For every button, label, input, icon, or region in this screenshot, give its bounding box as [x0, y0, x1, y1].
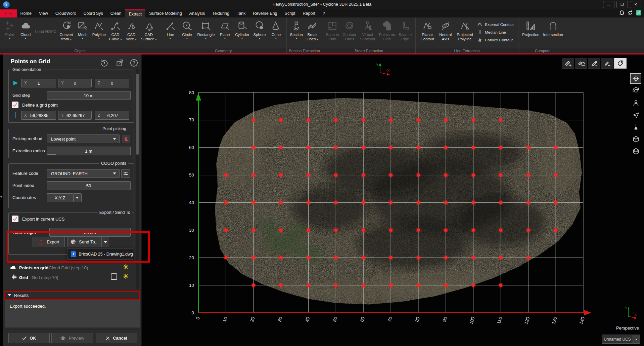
ribbon-item-scan-to-plan[interactable]: Scan toPlan [325, 18, 340, 42]
menu-tab-home[interactable]: Home [17, 9, 35, 17]
plumb-button[interactable] [630, 122, 641, 132]
export-button[interactable]: Export [33, 237, 65, 247]
reset-icon[interactable] [100, 59, 109, 67]
measure-add-button[interactable] [562, 58, 574, 69]
menu-tab-reverse-eng[interactable]: Reverse Eng [249, 9, 281, 17]
panel-collapse-arrow[interactable]: ◀ [0, 194, 3, 200]
detach-icon[interactable] [116, 59, 124, 67]
menu-tab-extract[interactable]: Extract [125, 9, 145, 17]
ribbon-item-external-contour[interactable]: External Contour [477, 22, 514, 27]
menu-tab-file[interactable]: File [0, 9, 17, 17]
ribbon-item-cad-surface[interactable]: CADSurface ▾ [140, 18, 157, 42]
minimize-button[interactable]: — [603, 1, 614, 8]
ribbon-item-cone[interactable]: Cone▾ [269, 18, 283, 40]
ribbon-item-mesh[interactable]: Mesh▾ [76, 18, 90, 40]
pen-mark-button[interactable] [588, 58, 600, 69]
camera-view-button[interactable] [630, 98, 641, 108]
orientation-z-field[interactable]: Z0 [95, 79, 129, 87]
menu-tab-texturing[interactable]: Texturing [209, 9, 233, 17]
ribbon-item-plane[interactable]: Plane▾ [218, 18, 232, 40]
menu-tab-view[interactable]: View [35, 9, 52, 17]
ucs-selector-button[interactable]: Unnamed UCS ▲ [602, 335, 640, 344]
layer-points-on-grid[interactable]: Points on grid [19, 265, 48, 270]
point-z-field[interactable]: Z-6,207 [95, 111, 129, 120]
feature-code-settings-button[interactable] [121, 169, 130, 178]
send-to-button[interactable]: Send To... [67, 237, 102, 247]
ribbon-item-neutral-axis[interactable]: NeutralAxis [439, 18, 453, 42]
texts-height-field[interactable]: 50 cm [49, 228, 131, 237]
grid-step-field[interactable]: 10 m [47, 91, 131, 100]
ribbon-item-section[interactable]: Section▾ [289, 18, 304, 40]
menu-tab-coord-sys[interactable]: Coord Sys [80, 9, 106, 17]
preview-button[interactable]: Preview [51, 333, 93, 343]
ribbon-item-intersection[interactable]: Intersection [542, 18, 563, 38]
ok-button[interactable]: OK [8, 333, 50, 343]
menu-tab--[interactable]: ? [319, 9, 329, 17]
panel-scrollbar[interactable] [136, 69, 139, 289]
point-index-field[interactable]: 50 [47, 181, 131, 190]
orientation-x-field[interactable]: X1 [21, 79, 56, 87]
ribbon-item-convert-from[interactable]: Convertfrom ▾ [59, 18, 74, 42]
layer-grid[interactable]: Grid [19, 275, 28, 280]
picking-method-dropdown[interactable]: Lowest point [47, 134, 120, 143]
close-button[interactable]: ✕ [630, 1, 641, 8]
ribbon-item-median-line[interactable]: Median Line [477, 29, 506, 35]
coordinates-select-arrow[interactable] [73, 193, 82, 202]
grid-layer-checkbox[interactable] [111, 273, 117, 280]
point-y-field[interactable]: Y-62,65267 [58, 111, 92, 120]
cube-button[interactable] [630, 134, 641, 144]
menu-tab-report[interactable]: Report [299, 9, 319, 17]
ribbon-item-projected-polyline[interactable]: ProjectedPolyline [456, 18, 474, 42]
point-x-field[interactable]: X-56,28885 [21, 111, 56, 120]
ribbon-item-point[interactable]: Point▾ [3, 18, 17, 40]
ribbon-item-planar-contour[interactable]: PlanarContour [420, 18, 435, 42]
ribbon-item-rectangle[interactable]: Rectangle▾ [197, 18, 216, 40]
export-ucs-checkbox[interactable] [12, 216, 18, 222]
ribbon-item-cad-wire[interactable]: CADWire ▾ [124, 18, 138, 42]
ribbon-item-virtual-surveyor[interactable]: VirtualSurveyor [359, 18, 376, 42]
menu-tab-script[interactable]: Script [281, 9, 299, 17]
orbit-button[interactable] [630, 85, 641, 96]
define-grid-point-checkbox[interactable] [12, 102, 18, 108]
ribbon-item-line[interactable]: Line▾ [164, 18, 178, 40]
ribbon-item-circle[interactable]: Circle▾ [180, 18, 194, 40]
ucs-target-button[interactable] [630, 73, 641, 84]
label-tag-button[interactable] [614, 58, 627, 69]
help-icon[interactable] [130, 59, 138, 67]
scrollbar-thumb[interactable] [136, 74, 139, 155]
pen-wave-button[interactable] [601, 58, 613, 69]
ribbon-item-scan-to-pipe[interactable]: Scan toPipe [398, 18, 412, 42]
send-to-dropdown-button[interactable] [102, 237, 109, 247]
visibility-bulb-icon[interactable] [123, 264, 129, 270]
sync-icon[interactable] [628, 10, 633, 15]
orientation-y-field[interactable]: Y0 [58, 79, 92, 87]
fly-button[interactable] [630, 110, 641, 120]
ribbon-item-cloud[interactable]: Cloud▾ [18, 18, 33, 40]
ribbon-item-projection[interactable]: Projection [521, 18, 540, 38]
visibility-bulb-icon[interactable] [123, 273, 129, 279]
ribbon-item-sphere[interactable]: Sphere▾ [252, 18, 267, 40]
restore-button[interactable]: ❐ [616, 1, 628, 8]
feature-code-dropdown[interactable]: GROUND_EARTH [47, 169, 120, 178]
menu-tab-tank[interactable]: Tank [233, 9, 249, 17]
menu-tab-clean[interactable]: Clean [107, 9, 125, 17]
send-to-menu-item[interactable]: BricsCAD 25 - Drawing1.dwg [79, 252, 133, 257]
radius-slider-handle[interactable] [47, 154, 56, 155]
ribbon-item-break-lines[interactable]: BreakLines ▾ [305, 18, 319, 42]
ribbon-item-cad-curve[interactable]: CADCurve ▾ [108, 18, 123, 42]
menu-tab-cloudworx[interactable]: CloudWorx [52, 9, 80, 17]
results-header[interactable]: Results [5, 291, 140, 299]
points-badge-icon[interactable] [636, 10, 641, 15]
ribbon-item-convex-contour[interactable]: Convex Contour [477, 37, 513, 43]
coordinates-select[interactable]: X;Y;Z [47, 193, 73, 202]
measure-cloud-button[interactable] [575, 58, 587, 69]
ribbon-item-load-hspc[interactable]: Load HSPC [35, 18, 57, 45]
menu-tab-analysis[interactable]: Analysis [186, 9, 209, 17]
mesh-view-button[interactable] [630, 146, 641, 156]
extraction-radius-field[interactable]: 1 m [47, 147, 131, 155]
ribbon-item-polyline[interactable]: Polyline▾ [92, 18, 106, 40]
ribbon-item-contour-lines[interactable]: ContourLines [342, 18, 357, 42]
cancel-button[interactable]: Cancel [96, 333, 137, 343]
menu-tab-surface-modeling[interactable]: Surface Modeling [145, 9, 185, 17]
ribbon-item-cylinder[interactable]: Cylinder▾ [234, 18, 250, 40]
